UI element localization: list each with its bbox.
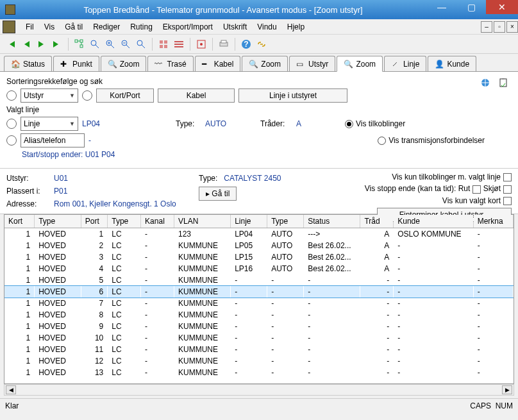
menu-eksport/import[interactable]: Eksport/Import [158, 21, 218, 33]
trader-label: Tråder: [260, 119, 292, 128]
table-row[interactable]: 1HOVED13LC-KUMMUNE------ [4, 367, 514, 378]
tab-punkt-1[interactable]: ✚Punkt [53, 56, 99, 71]
adresse-value: Rom 001, Kjeller Kongensgt. 1 Oslo [54, 199, 176, 208]
nav-next-icon[interactable] [35, 37, 49, 51]
tab-icon: 🏠 [11, 60, 20, 69]
tab-status-0[interactable]: 🏠Status [4, 56, 52, 71]
tab-icon: 〰 [155, 60, 163, 69]
tab-trasé-3[interactable]: 〰Trasé [147, 56, 193, 71]
table-row[interactable]: 1HOVED11LC-KUMMUNE------ [4, 344, 514, 355]
table-row[interactable]: 1HOVED9LC-KUMMUNE------ [4, 321, 514, 332]
menu-fil[interactable]: Fil [21, 21, 39, 33]
utstyr-combo[interactable]: Utstyr▼ [21, 88, 78, 103]
svg-rect-7 [160, 40, 163, 44]
menu-gå til[interactable]: Gå til [60, 21, 88, 33]
chk-skjot[interactable] [503, 185, 512, 194]
menu-hjelp[interactable]: Hjelp [282, 21, 310, 33]
col-tråd[interactable]: Tråd [360, 215, 394, 228]
close-button[interactable]: ✕ [486, 0, 518, 14]
info-type-label: Type: [199, 174, 217, 183]
table-row[interactable]: 1HOVED7LC-KUMMUNE------ [4, 298, 514, 309]
kabel-button[interactable]: Kabel [158, 88, 235, 103]
table-row[interactable]: 1HOVED12LC-KUMMUNE------ [4, 355, 514, 367]
nav-first-icon[interactable] [4, 37, 18, 51]
kortport-button[interactable]: Kort/Port [96, 88, 154, 103]
tree-icon[interactable] [72, 37, 87, 51]
chk-valgt-linje[interactable] [503, 173, 512, 181]
radio-transmisjon[interactable] [378, 137, 386, 145]
nav-last-icon[interactable] [50, 37, 64, 51]
col-type[interactable]: Type [35, 215, 81, 228]
mdi-minimize[interactable]: – [481, 21, 492, 33]
menu-app-icon [3, 21, 15, 33]
linje-combo[interactable]: Linje▼ [21, 117, 78, 131]
col-port[interactable]: Port [81, 215, 107, 228]
menu-rediger[interactable]: Rediger [88, 21, 125, 33]
tab-utstyr-6[interactable]: ▭Utstyr [289, 56, 335, 71]
horizontal-scrollbar[interactable]: ◀ ▶ [4, 384, 514, 396]
tab-kunde-9[interactable]: 👤Kunde [428, 56, 476, 71]
mdi-close[interactable]: × [506, 21, 518, 33]
chk-rut[interactable] [472, 185, 481, 194]
maximize-button[interactable]: ▢ [456, 0, 486, 14]
menu-vindu[interactable]: Vindu [252, 21, 281, 33]
scroll-left-icon[interactable]: ◀ [6, 385, 16, 394]
tab-icon: ━ [202, 60, 211, 69]
table-row[interactable]: 1HOVED4LC-KUMMUNELP16AUTOBest 26.02...A-… [4, 263, 514, 274]
table-row[interactable]: 1HOVED10LC-KUMMUNE------ [4, 332, 514, 344]
grid-icon[interactable] [156, 37, 171, 51]
tab-linje-8[interactable]: ⟋Linje [384, 56, 426, 71]
table-row[interactable]: 1HOVED3LC-KUMMUNELP15AUTOBest 26.02...A-… [4, 251, 514, 263]
oval-button-2[interactable] [82, 90, 92, 101]
nav-prev-icon[interactable] [19, 37, 33, 51]
zoom-in-icon[interactable] [103, 37, 117, 51]
sort-title: Sorteringsrekkefølge og søk [6, 77, 512, 86]
help-icon[interactable]: ? [239, 37, 253, 51]
alias-input[interactable]: Alias/telefon [21, 133, 85, 147]
scroll-right-icon[interactable]: ▶ [502, 385, 512, 394]
table-row[interactable]: 1HOVED1LC-123LP04AUTO--->AOSLO KOMMUNE- [4, 228, 514, 240]
tab-zoom-5[interactable]: 🔍Zoom [242, 56, 288, 71]
menubar: FilVisGå tilRedigerRutingEksport/ImportU… [0, 19, 518, 35]
col-type[interactable]: Type [267, 215, 304, 228]
print-icon[interactable] [217, 37, 231, 51]
menu-vis[interactable]: Vis [39, 21, 60, 33]
gatil-button[interactable]: ▸ Gå til [199, 187, 237, 201]
svg-rect-1 [80, 40, 83, 42]
tab-zoom-2[interactable]: 🔍Zoom [101, 56, 147, 71]
tab-kabel-4[interactable]: ━Kabel [195, 56, 241, 71]
col-kort[interactable]: Kort [4, 215, 35, 228]
col-kunde[interactable]: Kunde [394, 215, 473, 228]
zoom-reset-icon[interactable] [134, 37, 148, 51]
col-type[interactable]: Type [108, 215, 141, 228]
table-row[interactable]: 1HOVED8LC-KUMMUNE------ [4, 309, 514, 321]
globe-icon[interactable] [478, 76, 492, 90]
zoom-out-icon[interactable] [119, 37, 133, 51]
data-table[interactable]: KortTypePortTypeKanalVLANLinjeTypeStatus… [4, 214, 514, 384]
oval-button-3[interactable] [6, 119, 17, 129]
oval-button-1[interactable] [6, 90, 17, 101]
chk-valgt-kort[interactable] [503, 197, 512, 205]
list-icon[interactable] [172, 37, 186, 51]
minimize-button[interactable]: — [427, 0, 456, 14]
col-kanal[interactable]: Kanal [141, 215, 174, 228]
target-icon[interactable] [194, 37, 208, 51]
adresse-label: Adresse: [6, 199, 47, 208]
mdi-restore[interactable]: ▫ [494, 21, 505, 33]
radio-tilkoblinger[interactable] [345, 120, 353, 128]
col-status[interactable]: Status [304, 215, 360, 228]
link-icon[interactable] [255, 37, 269, 51]
table-row[interactable]: 1HOVED6LC-KUMMUNE------ [4, 286, 514, 298]
col-merkna[interactable]: Merkna [473, 215, 513, 228]
table-row[interactable]: 1HOVED2LC-KUMMUNELP05AUTOBest 26.02...A-… [4, 240, 514, 251]
oval-button-4[interactable] [6, 135, 17, 146]
col-linje[interactable]: Linje [231, 215, 267, 228]
menu-utskrift[interactable]: Utskrift [218, 21, 252, 33]
linje-utstyr-button[interactable]: Linje i utstyret [238, 88, 347, 103]
table-row[interactable]: 1HOVED5LC-KUMMUNE------ [4, 274, 514, 286]
col-vlan[interactable]: VLAN [174, 215, 230, 228]
zoom-out-all-icon[interactable] [88, 37, 102, 51]
tab-zoom-7[interactable]: 🔍Zoom [337, 56, 383, 72]
menu-ruting[interactable]: Ruting [125, 21, 158, 33]
clipboard-icon[interactable] [496, 76, 510, 90]
